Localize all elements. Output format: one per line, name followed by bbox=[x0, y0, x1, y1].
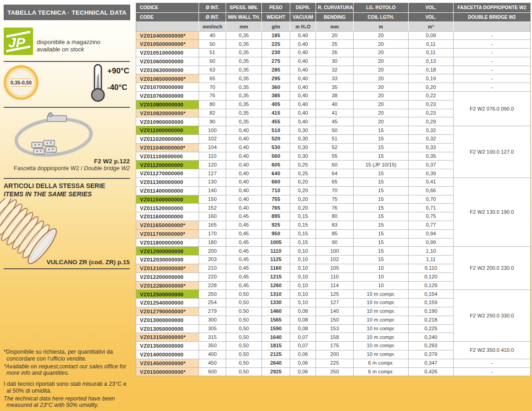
value-cell: 0,35 bbox=[226, 49, 262, 57]
value-cell: 405 bbox=[262, 100, 290, 109]
value-cell: 76 bbox=[199, 92, 226, 100]
clamp-image bbox=[11, 112, 94, 159]
value-cell: 10 m compr. bbox=[354, 299, 409, 307]
value-cell: 30 bbox=[316, 57, 354, 66]
value-cell: 0,32 bbox=[409, 135, 454, 144]
value-cell: 510 bbox=[262, 126, 290, 135]
clamp-reference-cell: F2 W2 130.0 190.0 bbox=[454, 178, 531, 247]
col-header-diam-en: Ø INT. bbox=[199, 12, 226, 22]
value-cell: 114 bbox=[316, 281, 354, 290]
footnotes: *Disponibile su richiesta, per quantitat… bbox=[4, 349, 131, 410]
code-cell: VZ011600000000 bbox=[136, 212, 199, 221]
table-row: VZ0110000000001000,405100,3050150,32F2 W… bbox=[136, 126, 531, 135]
value-cell: 0,45 bbox=[226, 272, 262, 281]
value-cell: 0,40 bbox=[290, 57, 316, 66]
code-cell: VZ012000000000 bbox=[136, 247, 199, 255]
value-cell: 0,10 bbox=[290, 281, 316, 290]
code-cell: VZ012540000000 bbox=[136, 299, 199, 307]
value-cell: 0,40 bbox=[226, 195, 262, 204]
value-cell: 90 bbox=[316, 238, 354, 247]
value-cell: 0,10 bbox=[290, 255, 316, 264]
value-cell: 710 bbox=[262, 186, 290, 195]
value-cell: 20 bbox=[354, 57, 409, 66]
value-cell: 0,50 bbox=[226, 359, 262, 367]
code-cell: VZ010900000000 bbox=[136, 117, 199, 126]
value-cell: 0,50 bbox=[226, 316, 262, 324]
value-cell: 41 bbox=[316, 109, 354, 117]
code-cell: VZ015000000000* bbox=[136, 367, 199, 376]
value-cell: 110 bbox=[199, 152, 226, 161]
value-cell: 0,15 bbox=[290, 212, 316, 221]
temp-max-label: +90°C bbox=[107, 67, 129, 76]
value-cell: 0,40 bbox=[290, 117, 316, 126]
svg-text:JP: JP bbox=[8, 35, 26, 50]
col-header-diam: Ø INT. bbox=[199, 3, 226, 13]
clamp-caption: Fascetta doppioponte W2 / Double bridge … bbox=[14, 165, 130, 172]
value-cell: 20 bbox=[354, 66, 409, 74]
value-cell: 0,10 bbox=[290, 299, 316, 307]
unit-cell bbox=[454, 22, 531, 32]
value-cell: 82 bbox=[199, 109, 226, 117]
value-cell: 0,11 bbox=[409, 49, 454, 57]
value-cell: 0,19 bbox=[409, 74, 454, 83]
value-cell: 32 bbox=[316, 66, 354, 74]
value-cell: 100 bbox=[316, 247, 354, 255]
value-cell: 0,40 bbox=[226, 126, 262, 135]
value-cell: 0,08 bbox=[290, 307, 316, 316]
code-cell: VZ012280000000* bbox=[136, 281, 199, 290]
code-cell: VZ010650000000* bbox=[136, 74, 199, 83]
value-cell: 15 bbox=[354, 195, 409, 204]
value-cell: 20 bbox=[354, 117, 409, 126]
sidebar: TABELLA TECNICA · TECHNICAL DATA JP disp… bbox=[0, 0, 134, 411]
value-cell: 20 bbox=[354, 49, 409, 57]
value-cell: 0,154 bbox=[409, 290, 454, 299]
value-cell: 1330 bbox=[262, 299, 290, 307]
value-cell: 10 bbox=[354, 264, 409, 273]
value-cell: 1460 bbox=[262, 307, 290, 316]
value-cell: 0,35 bbox=[226, 57, 262, 66]
value-cell: 15 bbox=[354, 178, 409, 187]
unit-cell: m bbox=[354, 22, 409, 32]
value-cell: 520 bbox=[262, 135, 290, 144]
wall-thickness-icon: 0,35-0,50 bbox=[4, 65, 39, 100]
value-cell: 0,45 bbox=[226, 238, 262, 247]
value-cell: 25 bbox=[316, 40, 354, 49]
clamp-reference-cell: - bbox=[454, 49, 531, 57]
value-cell: 0,20 bbox=[290, 186, 316, 195]
value-cell: 950 bbox=[262, 229, 290, 238]
code-cell: VZ014500000000* bbox=[136, 359, 199, 367]
value-cell: 2640 bbox=[262, 359, 290, 367]
footnote-availability-it: *Disponibile su richiesta, per quantitat… bbox=[4, 349, 131, 362]
value-cell: 15 bbox=[354, 135, 409, 144]
value-cell: 10 bbox=[354, 281, 409, 290]
value-cell: 45 bbox=[316, 117, 354, 126]
value-cell: 200 bbox=[199, 247, 226, 255]
value-cell: 0,20 bbox=[290, 195, 316, 204]
value-cell: 0,22 bbox=[409, 92, 454, 100]
value-cell: 20 bbox=[354, 31, 409, 40]
value-cell: 15 bbox=[354, 238, 409, 247]
value-cell: 0,40 bbox=[226, 186, 262, 195]
code-cell: VZ011000000000 bbox=[136, 126, 199, 135]
value-cell: 0,94 bbox=[409, 229, 454, 238]
col-header-vol: VOL. bbox=[409, 3, 454, 13]
table-row: VZ010760000000760,353850,4038200,22F2 W2… bbox=[136, 92, 531, 100]
value-cell: 0,40 bbox=[290, 66, 316, 74]
value-cell: 0,40 bbox=[290, 83, 316, 92]
value-cell: 15 bbox=[354, 152, 409, 161]
value-cell: 0,45 bbox=[226, 247, 262, 255]
units-row: mm/inch mm g/m m H₂O mm m m³ bbox=[136, 22, 531, 32]
table-row: VZ010630000000630,352850,4032200,18- bbox=[136, 66, 531, 74]
value-cell: 102 bbox=[316, 255, 354, 264]
code-cell: VZ011020000000 bbox=[136, 135, 199, 144]
value-cell: 26 bbox=[316, 49, 354, 57]
value-cell: 0,13 bbox=[409, 57, 454, 66]
table-row: VZ010510000000510,352300,4026200,11- bbox=[136, 49, 531, 57]
value-cell: 10 m compr. bbox=[354, 316, 409, 324]
table-row: VZ010400000000*400,351850,4020200,09- bbox=[136, 31, 531, 40]
clamp-reference: F2 W2 p.122 bbox=[94, 158, 130, 165]
clamp-reference-cell: - bbox=[454, 66, 531, 74]
table-row: VZ015000000000*5000,5029250,062506 m com… bbox=[136, 367, 531, 376]
value-cell: 20 bbox=[354, 83, 409, 92]
value-cell: 75 bbox=[316, 195, 354, 204]
